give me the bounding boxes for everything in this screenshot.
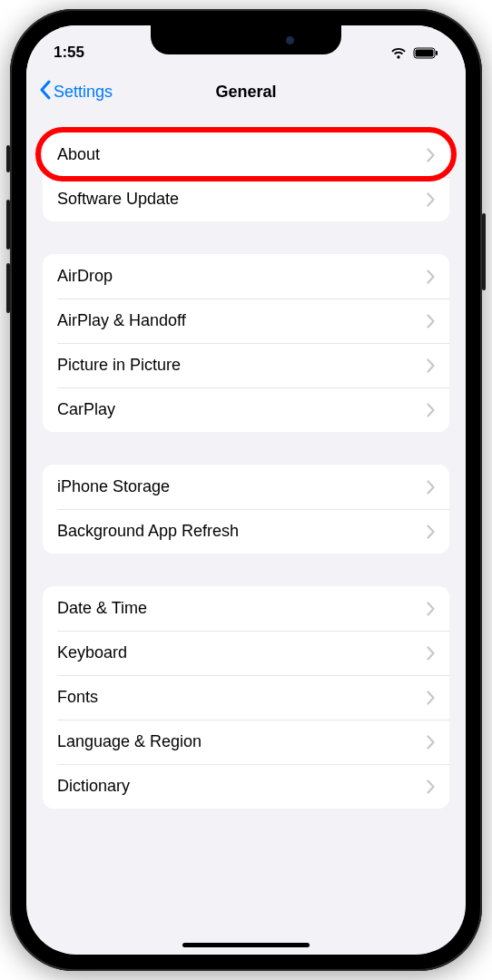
row-about[interactable]: About [43, 132, 449, 177]
notch [151, 25, 341, 54]
chevron-right-icon [427, 646, 435, 661]
settings-group: AboutSoftware Update [43, 132, 449, 221]
row-label: Background App Refresh [57, 522, 239, 541]
chevron-right-icon [427, 358, 435, 373]
row-software-update[interactable]: Software Update [43, 177, 449, 221]
row-label: iPhone Storage [57, 477, 170, 496]
home-indicator[interactable] [182, 943, 310, 947]
svg-rect-2 [436, 51, 438, 55]
row-iphone-storage[interactable]: iPhone Storage [43, 465, 449, 509]
chevron-right-icon [427, 314, 435, 328]
volume-up-button [6, 200, 10, 250]
back-button[interactable]: Settings [39, 80, 113, 104]
settings-group: AirDropAirPlay & HandoffPicture in Pictu… [43, 254, 449, 432]
chevron-right-icon [427, 480, 435, 495]
screen: 1:55 Settings General AboutSoftware Upda… [26, 25, 466, 955]
row-keyboard[interactable]: Keyboard [43, 631, 449, 675]
wifi-icon [390, 47, 407, 59]
chevron-right-icon [427, 602, 435, 616]
row-fonts[interactable]: Fonts [43, 675, 449, 720]
nav-bar: Settings General [26, 69, 466, 114]
svg-rect-1 [416, 49, 434, 56]
settings-group: Date & TimeKeyboardFontsLanguage & Regio… [43, 586, 449, 808]
row-airdrop[interactable]: AirDrop [43, 254, 449, 299]
chevron-left-icon [39, 80, 51, 104]
chevron-right-icon [427, 192, 435, 207]
row-label: Picture in Picture [57, 356, 181, 375]
row-carplay[interactable]: CarPlay [43, 387, 449, 432]
row-picture-in-picture[interactable]: Picture in Picture [43, 343, 449, 387]
row-background-app-refresh[interactable]: Background App Refresh [43, 509, 449, 554]
row-label: AirPlay & Handoff [57, 311, 186, 330]
row-label: Language & Region [57, 732, 202, 751]
row-date-time[interactable]: Date & Time [43, 586, 449, 631]
chevron-right-icon [427, 524, 435, 539]
mute-switch [6, 145, 10, 172]
battery-icon [413, 47, 438, 59]
chevron-right-icon [427, 735, 435, 750]
back-label: Settings [54, 83, 113, 102]
row-label: Fonts [57, 688, 98, 707]
row-label: CarPlay [57, 400, 115, 419]
phone-frame: 1:55 Settings General AboutSoftware Upda… [10, 9, 482, 971]
row-dictionary[interactable]: Dictionary [43, 764, 449, 808]
row-label: About [57, 145, 100, 164]
status-icons [390, 47, 438, 59]
chevron-right-icon [427, 270, 435, 284]
chevron-right-icon [427, 691, 435, 705]
volume-down-button [6, 263, 10, 313]
row-label: Dictionary [57, 777, 130, 796]
row-label: Software Update [57, 190, 179, 209]
row-label: AirDrop [57, 267, 113, 286]
content-scroll[interactable]: AboutSoftware UpdateAirDropAirPlay & Han… [26, 114, 466, 955]
status-time: 1:55 [54, 44, 84, 62]
front-camera [286, 36, 294, 44]
page-title: General [215, 83, 276, 102]
chevron-right-icon [427, 403, 435, 417]
row-label: Keyboard [57, 643, 127, 662]
power-button [482, 213, 486, 290]
chevron-right-icon [427, 779, 435, 794]
row-airplay-handoff[interactable]: AirPlay & Handoff [43, 299, 449, 343]
chevron-right-icon [427, 148, 435, 162]
row-language-region[interactable]: Language & Region [43, 720, 449, 764]
settings-group: iPhone StorageBackground App Refresh [43, 465, 449, 554]
row-label: Date & Time [57, 599, 147, 618]
